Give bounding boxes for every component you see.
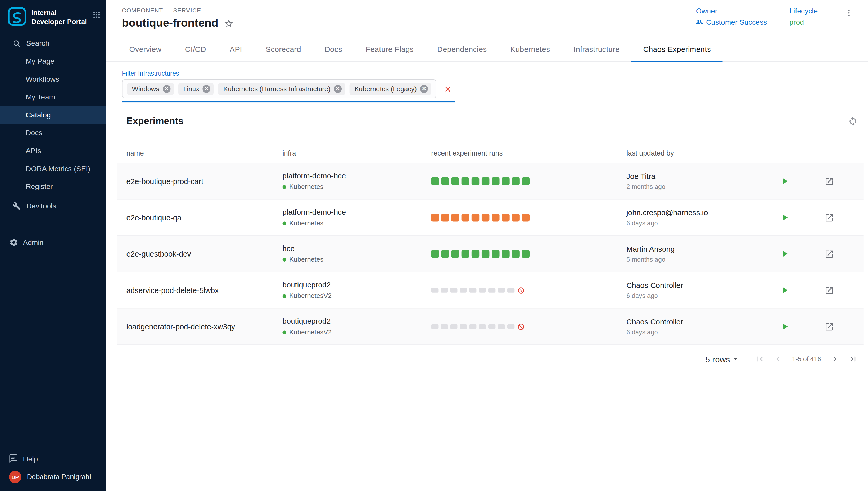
recent-runs[interactable]	[431, 250, 530, 258]
open-in-new-icon[interactable]	[824, 213, 834, 222]
chip-label: Linux	[183, 85, 199, 93]
table-row[interactable]: e2e-boutique-prod-cart platform-demo-hce…	[117, 163, 864, 200]
green-status-dot	[283, 294, 286, 298]
open-in-new-icon[interactable]	[824, 249, 834, 259]
tab-chaos-experiments[interactable]: Chaos Experiments	[632, 37, 723, 62]
filter-chip[interactable]: Linux ✕	[178, 83, 214, 95]
lifecycle-label[interactable]: Lifecycle	[789, 7, 818, 15]
infra-name: boutiqueprod2	[283, 317, 431, 325]
recent-runs[interactable]	[431, 288, 515, 292]
next-page-icon[interactable]	[828, 352, 842, 366]
sidebar-item-docs[interactable]: Docs	[0, 124, 106, 142]
filter-chip[interactable]: Kubernetes (Harness Infrastructure) ✕	[218, 83, 345, 95]
sidebar-item-label: Workflows	[26, 75, 59, 83]
admin-label: Admin	[23, 238, 44, 247]
tab-scorecard[interactable]: Scorecard	[254, 37, 313, 62]
user-menu[interactable]: DP Debabrata Panigrahi	[0, 468, 106, 491]
run-indicator	[431, 177, 439, 185]
table-row[interactable]: adservice-pod-delete-5lwbx boutiqueprod2…	[117, 272, 864, 309]
sidebar-item-devtools[interactable]: DevTools	[0, 197, 106, 215]
infra-type: KubernetesV2	[283, 292, 431, 300]
recent-runs[interactable]	[431, 213, 530, 221]
sidebar-item-label: APIs	[26, 147, 41, 155]
tab-cicd[interactable]: CI/CD	[173, 37, 218, 62]
tab-dependencies[interactable]: Dependencies	[426, 37, 498, 62]
run-indicator	[522, 250, 530, 258]
chip-remove-icon[interactable]: ✕	[203, 85, 210, 93]
open-in-new-icon[interactable]	[824, 176, 834, 186]
infrastructure-filter[interactable]: Windows ✕ Linux ✕ Kubernetes (Harness In…	[122, 80, 455, 102]
run-indicator	[431, 250, 439, 258]
refresh-icon[interactable]	[848, 116, 858, 126]
clear-filters-icon[interactable]	[443, 85, 452, 93]
tab-kubernetes[interactable]: Kubernetes	[498, 37, 562, 62]
help-button[interactable]: Help	[0, 450, 106, 468]
updated-at: 6 days ago	[626, 293, 775, 299]
stage: Internal Developer Portal Search M	[0, 0, 868, 491]
lifecycle-block: Lifecycle prod	[789, 7, 818, 26]
column-header-infra: infra	[283, 149, 431, 157]
run-indicator	[462, 177, 469, 185]
run-experiment-icon[interactable]	[780, 285, 789, 295]
previous-page-icon[interactable]	[771, 352, 785, 366]
sidebar-item-label: DORA Metrics (SEI)	[26, 165, 90, 173]
recent-runs[interactable]	[431, 324, 515, 329]
tab-infrastructure[interactable]: Infrastructure	[562, 37, 631, 62]
owner-link[interactable]: Customer Success	[696, 18, 767, 27]
first-page-icon[interactable]	[753, 352, 768, 366]
sidebar-item-label: Register	[26, 182, 53, 191]
filter-label[interactable]: Filter Infrastructures	[122, 70, 852, 77]
last-page-icon[interactable]	[846, 352, 860, 366]
chip-label: Kubernetes (Legacy)	[354, 85, 417, 93]
run-experiment-icon[interactable]	[780, 176, 789, 186]
sidebar-item-label: Search	[26, 39, 49, 48]
main-content: COMPONENT — SERVICE boutique-frontend Ow…	[106, 0, 868, 491]
run-indicator	[492, 177, 499, 185]
pagination-range: 1-5 of 416	[792, 355, 821, 362]
sidebar-item-admin[interactable]: Admin	[0, 233, 106, 252]
run-indicator	[512, 213, 519, 221]
updated-at: 2 months ago	[626, 183, 775, 190]
tab-api[interactable]: API	[218, 37, 254, 62]
sidebar-item-dora-metrics[interactable]: DORA Metrics (SEI)	[0, 160, 106, 178]
recent-runs[interactable]	[431, 177, 530, 185]
run-experiment-icon[interactable]	[780, 249, 789, 259]
tab-docs[interactable]: Docs	[313, 37, 354, 62]
filter-chip[interactable]: Kubernetes (Legacy) ✕	[349, 83, 431, 95]
apps-grid-icon[interactable]	[92, 7, 101, 19]
filter-section: Filter Infrastructures Windows ✕ Linux ✕…	[106, 62, 868, 102]
sidebar-item-catalog[interactable]: Catalog	[0, 106, 106, 124]
chip-remove-icon[interactable]: ✕	[334, 85, 342, 93]
updated-by: Chaos Controller	[626, 281, 775, 290]
run-indicator	[492, 250, 499, 258]
green-status-dot	[283, 185, 286, 189]
table-row[interactable]: e2e-boutique-qa platform-demo-hce Kubern…	[117, 200, 864, 236]
open-in-new-icon[interactable]	[824, 285, 834, 295]
sidebar-item-my-team[interactable]: My Team	[0, 88, 106, 106]
tab-overview[interactable]: Overview	[117, 37, 173, 62]
run-indicator	[441, 324, 448, 329]
sidebar-item-my-page[interactable]: My Page	[0, 52, 106, 70]
tab-feature-flags[interactable]: Feature Flags	[354, 37, 426, 62]
sidebar-item-register[interactable]: Register	[0, 178, 106, 196]
filter-chips-box[interactable]: Windows ✕ Linux ✕ Kubernetes (Harness In…	[122, 80, 436, 98]
favorite-star-icon[interactable]	[224, 18, 234, 28]
experiment-name: adservice-pod-delete-5lwbx	[126, 286, 283, 295]
sidebar-item-workflows[interactable]: Workflows	[0, 70, 106, 88]
filter-chip[interactable]: Windows ✕	[127, 83, 174, 95]
experiment-name: loadgenerator-pod-delete-xw3qy	[126, 322, 283, 331]
table-row[interactable]: loadgenerator-pod-delete-xw3qy boutiquep…	[117, 309, 864, 345]
run-experiment-icon[interactable]	[780, 322, 789, 331]
sidebar-item-search[interactable]: Search	[0, 34, 106, 53]
run-indicator	[469, 288, 476, 292]
run-indicator	[462, 213, 469, 221]
chip-remove-icon[interactable]: ✕	[420, 85, 428, 93]
more-options-icon[interactable]	[845, 8, 853, 18]
rows-per-page-select[interactable]: 5 rows	[705, 354, 741, 364]
chip-remove-icon[interactable]: ✕	[163, 85, 170, 93]
table-row[interactable]: e2e-guestbook-dev hce Kubernetes Martin …	[117, 236, 864, 272]
owner-label[interactable]: Owner	[696, 7, 767, 15]
run-experiment-icon[interactable]	[780, 212, 789, 223]
open-in-new-icon[interactable]	[824, 322, 834, 331]
sidebar-item-apis[interactable]: APIs	[0, 142, 106, 160]
